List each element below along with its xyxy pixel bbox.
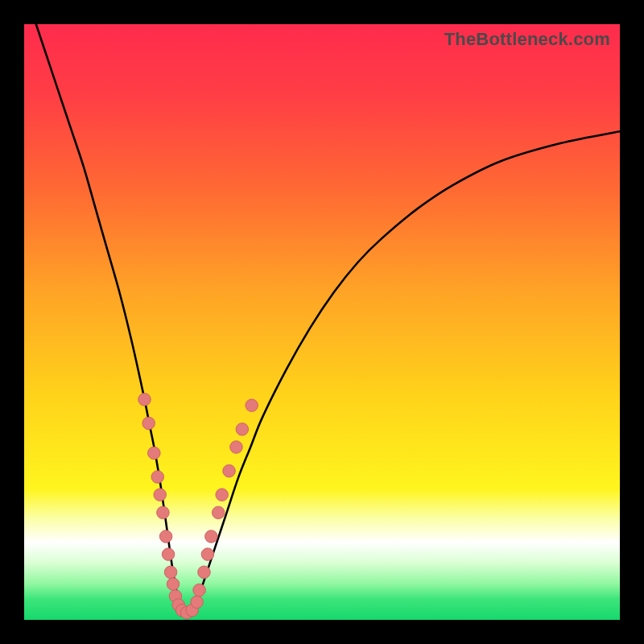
marker-dot <box>164 566 177 579</box>
marker-dot <box>230 441 243 454</box>
marker-dot <box>205 530 218 543</box>
marker-dot <box>216 489 229 502</box>
marker-dot <box>157 506 170 519</box>
marker-dot <box>148 447 161 460</box>
marker-dot <box>193 584 206 597</box>
plot-area: TheBottleneck.com <box>24 24 620 620</box>
marker-dot <box>142 417 155 430</box>
marker-dot <box>138 393 151 406</box>
marker-dot <box>151 471 164 484</box>
marker-dot <box>159 530 172 543</box>
bottleneck-curve <box>36 24 620 615</box>
marker-dot <box>191 596 204 609</box>
marker-dot <box>212 506 225 519</box>
marker-dot <box>154 489 167 502</box>
marker-dot <box>246 399 258 412</box>
chart-frame: TheBottleneck.com <box>0 0 644 644</box>
marker-dot <box>236 423 249 436</box>
marker-dot <box>162 548 175 561</box>
marker-dot <box>201 548 214 561</box>
marker-dot <box>167 578 180 591</box>
marker-dot <box>223 464 236 477</box>
curve-layer <box>24 24 620 620</box>
watermark-text: TheBottleneck.com <box>444 29 610 50</box>
marker-dot <box>198 566 211 579</box>
marker-dots <box>138 393 258 618</box>
